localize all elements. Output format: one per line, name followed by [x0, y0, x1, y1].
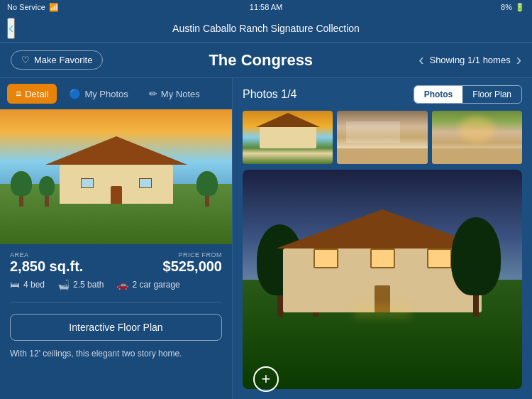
interactive-floor-plan-button[interactable]: Interactive Floor Plan — [10, 314, 222, 341]
price-area-row: AREA 2,850 sq.ft. PRICE FROM $525,000 — [10, 251, 222, 275]
thumbnail-3[interactable] — [432, 111, 522, 164]
tab-notes-label: My Notes — [161, 89, 200, 99]
signal-text: No Service — [7, 3, 45, 11]
beds-amenity: 🛏 4 bed — [10, 279, 45, 290]
nav-bar: ‹ Austin Caballo Ranch Signature Collect… — [0, 14, 532, 43]
main-tree-right — [451, 224, 501, 317]
window-center — [370, 248, 395, 268]
house-shape — [45, 147, 187, 204]
thumb-exterior-scene — [243, 111, 333, 164]
thumb-kitchen-scene — [337, 111, 427, 164]
next-home-button[interactable]: › — [516, 51, 521, 70]
prev-home-button[interactable]: ‹ — [419, 51, 423, 70]
home-title: The Congress — [209, 51, 313, 70]
showing-homes-text: Showing 1/1 homes — [429, 55, 510, 65]
area-value: 2,850 sq.ft. — [10, 258, 116, 275]
tree-right — [196, 175, 218, 207]
divider — [10, 302, 222, 302]
status-bar: No Service 📶 11:58 AM 8% 🔋 — [0, 0, 532, 14]
tree-left — [11, 175, 32, 207]
detail-icon: ≡ — [16, 88, 21, 99]
home-image — [0, 109, 232, 244]
battery-text: 8% — [501, 3, 512, 11]
main-content: ≡ Detail 🔵 My Photos ✏ My Notes — [0, 78, 532, 399]
favorite-label: Make Favorite — [34, 55, 92, 65]
header-bar: ♡ Make Favorite The Congress ‹ Showing 1… — [0, 43, 532, 78]
thumb-dining-scene — [432, 111, 522, 164]
left-panel: ≡ Detail 🔵 My Photos ✏ My Notes — [0, 78, 233, 399]
bed-icon: 🛏 — [10, 279, 20, 290]
garage-value: 2 car garage — [132, 280, 179, 290]
photos-counter: Photos 1/4 — [243, 88, 297, 101]
battery-icon: 🔋 — [515, 3, 525, 12]
home-scene — [0, 109, 232, 244]
bath-amenity: 🛁 2.5 bath — [57, 279, 104, 290]
bath-value: 2.5 bath — [73, 280, 104, 290]
price-value: $525,000 — [116, 258, 223, 275]
tab-photos-label: My Photos — [84, 89, 128, 99]
favorite-button[interactable]: ♡ Make Favorite — [11, 50, 103, 70]
thumbnail-2[interactable] — [337, 111, 427, 164]
main-house-windows — [297, 248, 467, 268]
amenities-row: 🛏 4 bed 🛁 2.5 bath 🚗 2 car garage — [10, 279, 222, 290]
thumbnail-strip — [233, 111, 532, 170]
camera-icon: 🔵 — [69, 88, 81, 99]
tab-photos[interactable]: 🔵 My Photos — [60, 84, 136, 104]
home-details: AREA 2,850 sq.ft. PRICE FROM $525,000 🛏 … — [0, 244, 232, 297]
window-left — [314, 248, 338, 268]
garage-amenity: 🚗 2 car garage — [116, 279, 179, 290]
bath-icon: 🛁 — [57, 279, 70, 290]
garage-icon: 🚗 — [116, 279, 128, 290]
beds-value: 4 bed — [23, 280, 45, 290]
main-photo-scene — [243, 170, 522, 389]
status-time: 11:58 AM — [250, 3, 282, 11]
home-description: With 12' ceilings, this elegant two stor… — [0, 348, 232, 360]
tab-notes[interactable]: ✏ My Notes — [140, 84, 209, 104]
area-col: AREA 2,850 sq.ft. — [10, 251, 116, 275]
fab-area: + — [253, 366, 279, 392]
tabs-bar: ≡ Detail 🔵 My Photos ✏ My Notes — [0, 78, 232, 109]
heart-icon: ♡ — [21, 55, 30, 65]
area-label: AREA — [10, 251, 116, 258]
photos-floor-toggle: Photos Floor Plan — [414, 85, 522, 104]
main-photo — [243, 170, 522, 389]
nav-title: Austin Caballo Ranch Signature Collectio… — [172, 23, 360, 34]
wifi-icon: 📶 — [49, 3, 59, 12]
window-right — [427, 248, 452, 268]
house-glow — [354, 305, 411, 319]
price-label: PRICE FROM — [116, 251, 223, 258]
status-battery: 8% 🔋 — [501, 3, 525, 12]
back-button[interactable]: ‹ — [7, 18, 15, 39]
thumbnail-1[interactable] — [243, 111, 333, 164]
tab-detail[interactable]: ≡ Detail — [7, 84, 57, 104]
floor-plan-toggle-button[interactable]: Floor Plan — [462, 86, 521, 103]
status-signal: No Service 📶 — [7, 3, 59, 12]
nav-arrows: ‹ Showing 1/1 homes › — [419, 51, 521, 70]
photos-header: Photos 1/4 Photos Floor Plan — [233, 78, 532, 111]
right-panel: Photos 1/4 Photos Floor Plan — [233, 78, 532, 399]
pencil-icon: ✏ — [149, 88, 157, 99]
price-col: PRICE FROM $525,000 — [116, 251, 223, 275]
photos-toggle-button[interactable]: Photos — [414, 86, 463, 103]
tab-detail-label: Detail — [25, 89, 48, 99]
add-fab-button[interactable]: + — [253, 366, 279, 392]
